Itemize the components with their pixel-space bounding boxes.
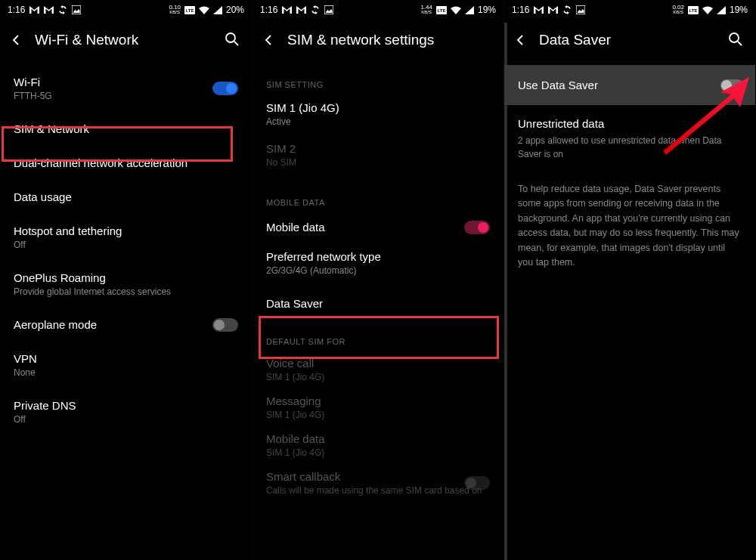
private-dns-label: Private DNS	[14, 399, 238, 412]
wifi-icon	[199, 6, 209, 14]
lte-icon: LTE	[184, 6, 195, 14]
hotspot-row[interactable]: Hotspot and tethering Off	[14, 214, 238, 261]
messaging-row: Messaging SIM 1 (Jio 4G)	[266, 388, 490, 426]
header: Data Saver	[504, 18, 755, 65]
hotspot-sub: Off	[14, 240, 238, 250]
sim1-sub: Active	[266, 116, 490, 127]
signal-icon	[465, 6, 474, 14]
smart-callback-toggle	[464, 476, 490, 490]
voice-call-row: Voice call SIM 1 (Jio 4G)	[266, 351, 490, 388]
svg-text:LTE: LTE	[438, 8, 446, 13]
smart-callback-row: Smart callback Calls will be made using …	[266, 464, 490, 502]
status-time: 1:16	[8, 5, 25, 15]
roaming-row[interactable]: OnePlus Roaming Provide global Internet …	[14, 261, 238, 308]
vpn-sub: None	[14, 367, 238, 378]
preferred-network-row[interactable]: Preferred network type 2G/3G/4G (Automat…	[266, 243, 490, 283]
search-icon[interactable]	[225, 32, 241, 48]
preferred-network-sub: 2G/3G/4G (Automatic)	[266, 265, 490, 276]
status-time: 1:16	[512, 5, 529, 15]
panel-wifi-network: 1:16 0.10KB/S LTE 20% Wi-Fi & Network Wi…	[0, 0, 252, 560]
vpn-row[interactable]: VPN None	[14, 342, 238, 388]
svg-text:LTE: LTE	[689, 8, 698, 13]
private-dns-row[interactable]: Private DNS Off	[14, 388, 238, 435]
gmail-icon	[548, 6, 558, 14]
sim1-label: SIM 1 (Jio 4G)	[266, 101, 490, 114]
use-data-saver-label: Use Data Saver	[518, 79, 742, 91]
mobile-data-label: Mobile data	[266, 221, 490, 234]
status-bar: 1:16 0.10KB/S LTE 20%	[0, 0, 252, 18]
mobile-data-row[interactable]: Mobile data	[266, 212, 490, 243]
unrestricted-data-row[interactable]: Unrestricted data 2 apps allowed to use …	[504, 105, 755, 173]
sim1-row[interactable]: SIM 1 (Jio 4G) Active	[266, 94, 490, 135]
search-icon[interactable]	[728, 32, 745, 48]
lte-icon: LTE	[436, 6, 447, 14]
panel-data-saver: 1:16 0.02KB/S LTE 19% Data Saver Use Dat…	[503, 0, 755, 560]
back-icon[interactable]	[11, 33, 24, 47]
voice-call-label: Voice call	[266, 357, 490, 370]
image-icon	[324, 5, 333, 14]
roaming-label: OnePlus Roaming	[14, 271, 238, 284]
svg-point-10	[730, 33, 739, 42]
gmail-icon	[44, 6, 54, 14]
smart-callback-label: Smart callback	[266, 470, 490, 483]
data-speed: 0.10KB/S	[169, 5, 181, 14]
svg-text:LTE: LTE	[186, 8, 194, 13]
status-bar: 1:16 0.02KB/S LTE 19%	[504, 0, 755, 18]
unrestricted-data-label: Unrestricted data	[518, 117, 742, 130]
gmail-icon	[282, 6, 292, 14]
status-time: 1:16	[260, 5, 277, 15]
gmail-icon	[296, 6, 306, 14]
use-data-saver-toggle[interactable]	[720, 79, 743, 91]
sim2-row: SIM 2 No SIM	[266, 135, 490, 175]
wifi-row[interactable]: Wi-Fi FTTH-5G	[14, 65, 238, 112]
signal-icon	[717, 6, 726, 14]
mobile-data-toggle[interactable]	[464, 221, 490, 234]
data-saver-row[interactable]: Data Saver	[266, 283, 490, 323]
wifi-icon	[702, 6, 713, 14]
preferred-network-label: Preferred network type	[266, 250, 490, 263]
battery-percent: 20%	[226, 5, 244, 15]
dual-channel-label: Dual-channel network acceleration	[14, 156, 238, 169]
image-icon	[72, 5, 81, 14]
data-usage-label: Data usage	[14, 190, 238, 203]
panel-sim-settings: 1:16 1.44KB/S LTE 19% SIM & network sett…	[252, 0, 503, 560]
data-usage-row[interactable]: Data usage	[14, 180, 238, 214]
header: Wi-Fi & Network	[0, 18, 252, 65]
roaming-sub: Provide global Internet access services	[14, 286, 238, 297]
page-title: SIM & network settings	[287, 32, 493, 48]
section-default-sim: DEFAULT SIM FOR	[266, 337, 490, 346]
section-mobile-data: MOBILE DATA	[266, 198, 490, 207]
smart-callback-sub: Calls will be made using the same SIM ca…	[266, 485, 490, 496]
section-sim-setting: SIM SETTING	[266, 80, 490, 89]
aeroplane-toggle[interactable]	[212, 318, 238, 332]
sim-network-label: SIM & Network	[14, 122, 238, 135]
header: SIM & network settings	[253, 18, 503, 65]
page-title: Data Saver	[539, 32, 717, 48]
unrestricted-data-sub: 2 apps allowed to use unrestricted data …	[518, 134, 742, 161]
back-icon[interactable]	[263, 33, 277, 47]
data-speed: 0.02KB/S	[672, 5, 684, 14]
gmail-icon	[29, 6, 39, 14]
wifi-icon	[451, 6, 461, 14]
wifi-label: Wi-Fi	[14, 76, 238, 88]
use-data-saver-row[interactable]: Use Data Saver	[504, 65, 755, 105]
sim2-sub: No SIM	[266, 157, 490, 168]
signal-icon	[213, 6, 222, 14]
data-saver-description: To help reduce data usage, Data Saver pr…	[504, 173, 755, 279]
sync-icon	[562, 5, 572, 14]
aeroplane-label: Aeroplane mode	[14, 318, 238, 331]
private-dns-sub: Off	[14, 414, 238, 425]
svg-rect-4	[324, 5, 333, 14]
image-icon	[576, 5, 585, 14]
hotspot-label: Hotspot and tethering	[14, 224, 238, 237]
messaging-sub: SIM 1 (Jio 4G)	[266, 410, 490, 420]
sync-icon	[311, 5, 320, 14]
dual-channel-row[interactable]: Dual-channel network acceleration	[14, 146, 238, 180]
status-bar: 1:16 1.44KB/S LTE 19%	[253, 0, 503, 18]
back-icon[interactable]	[515, 33, 528, 47]
mobile-data-default-row: Mobile data SIM 1 (Jio 4G)	[266, 426, 490, 464]
voice-call-sub: SIM 1 (Jio 4G)	[266, 372, 490, 382]
sim-network-row[interactable]: SIM & Network	[14, 112, 238, 146]
wifi-toggle[interactable]	[212, 82, 238, 95]
aeroplane-row[interactable]: Aeroplane mode	[14, 308, 238, 342]
